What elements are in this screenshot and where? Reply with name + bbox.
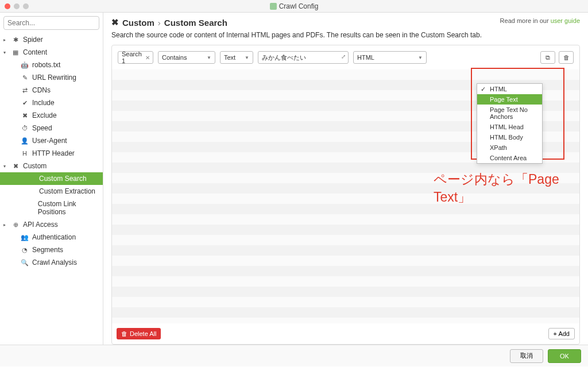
searchtype-dropdown: HTMLPage TextPage Text No AnchorsHTML He… [477, 83, 543, 164]
sidebar-item-exclude[interactable]: ✖Exclude [0, 109, 103, 122]
query-input[interactable]: みかん食べたい ⤢ [258, 51, 349, 64]
tree-item-icon: 🔍 [21, 258, 29, 266]
sidebar-item-custom-link-positions[interactable]: Custom Link Positions [0, 198, 103, 218]
sidebar-item-custom-search[interactable]: Custom Search [0, 172, 103, 185]
sidebar-item-include[interactable]: ✔Include [0, 96, 103, 109]
tree-item-label: User-Agent [32, 137, 67, 145]
sidebar-tree: ▸✱Spider▾▦Content🤖robots.txt✎URL Rewriti… [0, 33, 103, 345]
tree-item-icon [27, 204, 34, 212]
tree-caret-icon: ▸ [3, 222, 8, 227]
searchtype-select[interactable]: HTML ▼ [353, 51, 427, 64]
tools-icon: ✖ [111, 17, 119, 28]
readmore-prefix: Read more in our [500, 17, 551, 24]
search-row: Search 1 ✕ Contains ▼ Text ▼ みかん食べたい ⤢ H… [112, 45, 579, 69]
sidebar-item-url-rewriting[interactable]: ✎URL Rewriting [0, 71, 103, 84]
tree-item-label: API Access [23, 221, 58, 229]
cancel-button[interactable]: 取消 [510, 349, 543, 363]
sidebar-item-custom-extraction[interactable]: Custom Extraction [0, 185, 103, 198]
ok-button[interactable]: OK [548, 349, 581, 363]
tree-item-icon: 🤖 [21, 61, 29, 69]
tree-item-label: Crawl Analysis [32, 258, 77, 266]
delete-all-label: Delete All [130, 330, 156, 337]
delete-all-button[interactable]: 🗑 Delete All [117, 328, 161, 339]
sidebar-item-api-access[interactable]: ▸⊕API Access [0, 218, 103, 231]
user-guide-link[interactable]: user guide [551, 17, 580, 24]
tree-item-label: Custom Extraction [39, 187, 95, 195]
search-name-chip[interactable]: Search 1 ✕ [118, 51, 153, 64]
sidebar-item-robots-txt[interactable]: 🤖robots.txt [0, 59, 103, 71]
tree-item-icon: ✖ [11, 162, 20, 170]
page-description: Search the source code or content of Int… [111, 31, 580, 39]
tree-item-icon: ⏱ [21, 124, 29, 132]
sidebar-item-content[interactable]: ▾▦Content [0, 46, 103, 59]
minimize-window-button[interactable] [14, 3, 20, 9]
add-button[interactable]: + Add [548, 328, 575, 339]
traffic-lights [5, 3, 29, 9]
tree-item-label: CDNs [32, 86, 51, 94]
main-panel: ✖ Custom › Custom Search Read more in ou… [103, 13, 588, 345]
sidebar-search-input[interactable] [3, 16, 99, 30]
type-select[interactable]: Text ▼ [220, 51, 253, 64]
sidebar-search [3, 16, 99, 30]
dropdown-option-page-text[interactable]: Page Text [477, 94, 542, 105]
delete-row-button[interactable]: 🗑 [559, 51, 574, 64]
tree-caret-icon: ▾ [3, 50, 8, 55]
maximize-window-button[interactable] [23, 3, 29, 9]
tree-item-icon: ▦ [11, 48, 20, 56]
dropdown-option-content-area[interactable]: Content Area [477, 153, 542, 163]
tree-item-label: Content [23, 48, 47, 56]
dropdown-option-xpath[interactable]: XPath [477, 142, 542, 153]
tree-item-icon [28, 187, 36, 195]
breadcrumb-root: Custom [122, 18, 154, 28]
readmore: Read more in our user guide [500, 17, 580, 24]
tree-item-icon [28, 175, 36, 183]
breadcrumb-separator: › [158, 18, 161, 28]
tree-item-icon: 👥 [21, 233, 29, 241]
sidebar-item-http-header[interactable]: HHTTP Header [0, 147, 103, 160]
searchtype-value: HTML [357, 54, 374, 61]
tree-item-icon: ⇄ [21, 86, 29, 94]
sidebar-item-cdns[interactable]: ⇄CDNs [0, 84, 103, 96]
sidebar-item-speed[interactable]: ⏱Speed [0, 122, 103, 134]
annotation-text: ページ内なら「Page Text」 [434, 171, 588, 206]
tree-item-label: Custom Link Positions [38, 200, 99, 216]
sidebar-item-segments[interactable]: ◔Segments [0, 244, 103, 256]
tree-item-label: Authentication [32, 233, 76, 241]
sidebar-item-custom[interactable]: ▾✖Custom [0, 160, 103, 172]
duplicate-button[interactable]: ⧉ [540, 51, 555, 64]
sidebar-item-spider[interactable]: ▸✱Spider [0, 33, 103, 46]
tree-item-icon: ✖ [21, 111, 29, 119]
tree-item-label: Include [32, 99, 55, 107]
expand-icon[interactable]: ⤢ [341, 53, 346, 60]
remove-search-icon[interactable]: ✕ [145, 55, 150, 61]
tree-item-icon: ⊕ [11, 221, 20, 229]
tree-item-label: URL Rewriting [32, 74, 76, 82]
window-title: Crawl Config [270, 2, 319, 10]
tree-item-icon: 👤 [21, 137, 29, 145]
tree-item-icon: H [21, 149, 29, 157]
tree-item-icon: ✎ [21, 74, 29, 82]
query-value: みかん食べたい [262, 53, 306, 62]
search-name-label: Search 1 [122, 51, 142, 64]
close-window-button[interactable] [5, 3, 10, 9]
sidebar-item-crawl-analysis[interactable]: 🔍Crawl Analysis [0, 256, 103, 269]
app-icon [270, 3, 277, 10]
breadcrumb: ✖ Custom › Custom Search [111, 17, 227, 28]
sidebar-item-authentication[interactable]: 👥Authentication [0, 231, 103, 244]
tree-item-label: HTTP Header [32, 149, 75, 157]
trash-icon: 🗑 [121, 330, 127, 337]
filter-select[interactable]: Contains ▼ [158, 51, 215, 64]
sidebar-item-user-agent[interactable]: 👤User-Agent [0, 134, 103, 147]
dropdown-option-page-text-no-anchors[interactable]: Page Text No Anchors [477, 105, 542, 122]
tree-item-label: Segments [32, 246, 63, 254]
dropdown-option-html-body[interactable]: HTML Body [477, 132, 542, 142]
tree-item-label: robots.txt [32, 61, 60, 69]
tree-item-label: Spider [23, 36, 43, 44]
chevron-down-icon: ▼ [418, 55, 423, 60]
dropdown-option-html[interactable]: HTML [477, 84, 542, 94]
tree-item-label: Custom [23, 162, 47, 170]
breadcrumb-current: Custom Search [164, 18, 227, 28]
dropdown-option-html-head[interactable]: HTML Head [477, 122, 542, 132]
window-title-text: Crawl Config [279, 2, 319, 10]
sidebar: ▸✱Spider▾▦Content🤖robots.txt✎URL Rewriti… [0, 13, 103, 345]
